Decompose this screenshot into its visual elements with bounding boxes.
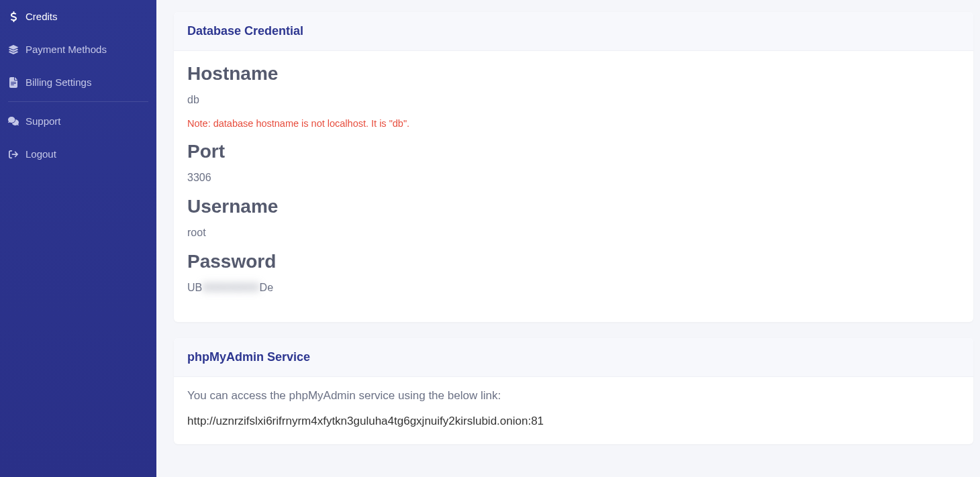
- logout-icon: [8, 149, 19, 160]
- hostname-value: db: [187, 94, 960, 106]
- layers-icon: [8, 44, 19, 55]
- password-hidden: XXXXXXXX: [202, 282, 259, 293]
- password-prefix: UB: [187, 282, 202, 293]
- password-heading: Password: [187, 251, 960, 272]
- sidebar-item-payment-methods[interactable]: Payment Methods: [0, 33, 156, 66]
- sidebar-item-credits[interactable]: Credits: [0, 0, 156, 33]
- sidebar-item-logout[interactable]: Logout: [0, 138, 156, 170]
- username-heading: Username: [187, 196, 960, 217]
- file-icon: [8, 77, 19, 88]
- card-body-dbcred: Hostname db Note: database hostname is n…: [174, 51, 973, 322]
- card-database-credential: Database Credential Hostname db Note: da…: [174, 12, 973, 322]
- hostname-heading: Hostname: [187, 63, 960, 85]
- chat-icon: [8, 116, 19, 127]
- sidebar-item-label: Payment Methods: [26, 44, 107, 55]
- sidebar-item-support[interactable]: Support: [0, 105, 156, 138]
- card-body-pma: You can access the phpMyAdmin service us…: [174, 377, 973, 444]
- card-header-pma: phpMyAdmin Service: [174, 338, 973, 377]
- port-value: 3306: [187, 172, 960, 184]
- sidebar: Credits Payment Methods Billing Settings…: [0, 0, 156, 477]
- dollar-icon: [8, 11, 19, 22]
- sidebar-item-billing-settings[interactable]: Billing Settings: [0, 66, 156, 99]
- sidebar-item-label: Logout: [26, 148, 56, 160]
- pma-link[interactable]: http://uznrzifslxi6rifrnyrm4xfytkn3guluh…: [187, 415, 960, 428]
- username-value: root: [187, 227, 960, 239]
- main-content: Database Credential Hostname db Note: da…: [156, 0, 980, 477]
- card-phpmyadmin: phpMyAdmin Service You can access the ph…: [174, 338, 973, 444]
- password-suffix: De: [260, 282, 273, 293]
- pma-intro-text: You can access the phpMyAdmin service us…: [187, 389, 960, 403]
- sidebar-item-label: Support: [26, 115, 61, 127]
- port-heading: Port: [187, 141, 960, 162]
- sidebar-item-label: Billing Settings: [26, 76, 91, 88]
- card-header-dbcred: Database Credential: [174, 12, 973, 51]
- password-value: UBXXXXXXXXDe: [187, 282, 960, 294]
- sidebar-divider: [8, 101, 148, 102]
- sidebar-item-label: Credits: [26, 11, 58, 22]
- hostname-note: Note: database hostname is not localhost…: [187, 118, 960, 129]
